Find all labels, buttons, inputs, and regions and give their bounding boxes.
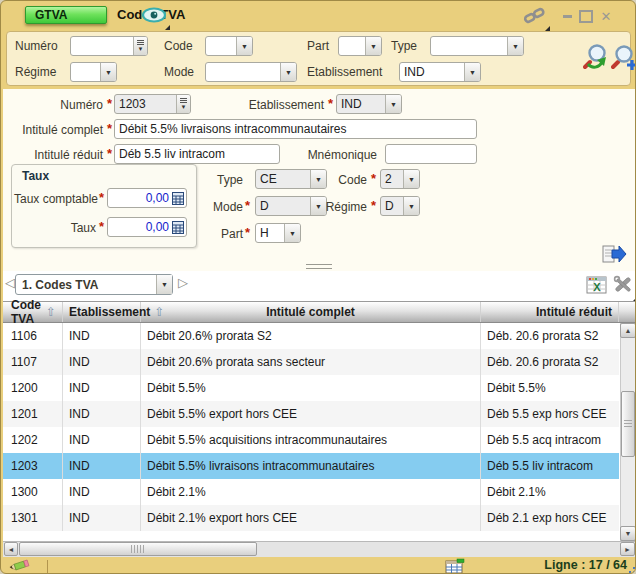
table-row[interactable]: 1203 IND Débit 5.5% livraisons intracomm…	[3, 453, 619, 479]
table-row[interactable]: 1106 IND Débit 20.6% prorata S2 Déb. 20.…	[3, 323, 619, 349]
status-separator	[47, 560, 48, 573]
table-row[interactable]: 1200 IND Débit 5.5% Débit 5.5%	[3, 375, 619, 401]
scroll-right-button[interactable]: ►	[620, 542, 635, 556]
chevron-down-icon[interactable]: ▼	[403, 197, 419, 215]
minimize-button[interactable]	[559, 9, 575, 23]
chevron-down-icon[interactable]: ▼	[365, 37, 381, 55]
view-selector-combo[interactable]: 1. Codes TVA ▼	[15, 274, 173, 295]
form-etablissement-label: Etablissement	[246, 98, 324, 112]
form-part-combo[interactable]: H ▼	[255, 223, 301, 243]
minimize-icon	[563, 15, 572, 18]
calculator-icon[interactable]	[172, 192, 184, 205]
chevron-down-icon[interactable]: ▼	[310, 170, 326, 188]
form-intitule-reduit-input[interactable]: Déb 5.5 liv intracom	[114, 144, 280, 164]
form-mode-label: Mode	[203, 200, 243, 214]
cell-intitule-reduit: Déb. 20.6 prorata S2	[481, 323, 619, 349]
filter-etablissement-label: Etablissement	[307, 65, 382, 79]
table-settings-button[interactable]	[612, 274, 635, 298]
required-marker: *	[107, 146, 112, 161]
cell-etablissement: IND	[63, 401, 141, 427]
chevron-down-icon[interactable]: ▼	[385, 95, 401, 113]
cell-code-tva: 1200	[3, 375, 63, 401]
form-code-combo[interactable]: 2 ▼	[380, 169, 420, 189]
table-row[interactable]: 1202 IND Débit 5.5% acquisitions intraco…	[3, 427, 619, 453]
resize-grip-icon[interactable]	[626, 564, 636, 574]
taux-input[interactable]: 0,00	[107, 217, 187, 237]
column-header-label: Etablissement	[69, 305, 150, 319]
next-view-button[interactable]: ▷	[178, 275, 188, 290]
chevron-down-icon[interactable]: ▼	[156, 275, 172, 294]
filter-type-combo[interactable]: ▼	[430, 36, 524, 56]
column-header-filler	[619, 302, 635, 322]
column-header-label: Code TVA	[11, 298, 42, 326]
transaction-badge: GTVA	[25, 6, 107, 24]
filter-numero-input[interactable]: ▼	[70, 36, 148, 56]
maximize-icon	[579, 10, 593, 23]
required-marker: *	[107, 121, 112, 136]
svg-text:X: X	[593, 281, 601, 293]
form-mnemonique-input[interactable]	[385, 144, 477, 164]
taux-value: 0,00	[108, 220, 172, 234]
required-marker: *	[99, 219, 104, 234]
table-row[interactable]: 1107 IND Débit 20.6% prorata sans secteu…	[3, 349, 619, 375]
close-button[interactable]: ✕	[598, 9, 614, 23]
filter-mode-combo[interactable]: ▼	[205, 62, 297, 82]
scroll-down-button[interactable]: ▼	[620, 526, 636, 541]
scroll-left-button[interactable]: ◄	[4, 542, 18, 556]
table-body: 1106 IND Débit 20.6% prorata S2 Déb. 20.…	[3, 323, 619, 541]
form-mode-combo[interactable]: D ▼	[255, 196, 327, 216]
chevron-down-icon[interactable]: ▼	[236, 37, 252, 55]
splitter-handle[interactable]	[306, 264, 332, 269]
filter-regime-combo[interactable]: ▼	[70, 62, 117, 82]
table-row[interactable]: 1301 IND Débit 2.1% export hors CEE Déb …	[3, 505, 619, 531]
search-refresh-button[interactable]	[583, 42, 609, 73]
form-regime-combo[interactable]: D ▼	[380, 196, 420, 216]
search-add-icon	[611, 44, 636, 71]
goto-detail-button[interactable]	[601, 244, 627, 268]
column-header-etablissement[interactable]: Etablissement⇧	[63, 302, 141, 322]
previous-view-button[interactable]: ◁	[5, 275, 15, 290]
horizontal-scrollbar-thumb[interactable]	[19, 542, 257, 556]
close-icon: ✕	[601, 10, 612, 23]
chevron-down-icon[interactable]: ▼	[280, 63, 296, 81]
chevron-down-icon[interactable]: ▼	[403, 170, 419, 188]
cell-code-tva: 1203	[3, 453, 63, 479]
link-icon-graphic	[523, 6, 547, 25]
excel-export-icon: X	[586, 274, 607, 295]
list-lines-icon	[137, 40, 144, 45]
search-add-button[interactable]	[611, 44, 636, 74]
vertical-scrollbar-thumb[interactable]	[621, 391, 635, 457]
spinner-buttons[interactable]: ▼	[133, 37, 147, 55]
cell-intitule-reduit: Déb. 20.6 prorata S2	[481, 349, 619, 375]
filter-etablissement-combo[interactable]: IND ▼	[399, 62, 481, 82]
cell-intitule-complet: Débit 2.1% export hors CEE	[141, 505, 481, 531]
form-intitule-complet-input[interactable]: Débit 5.5% livraisons intracommunautaire…	[114, 119, 477, 139]
filter-code-combo[interactable]: ▼	[205, 36, 253, 56]
taux-comptable-input[interactable]: 0,00	[107, 188, 187, 208]
chevron-down-icon[interactable]: ▼	[464, 63, 480, 81]
chevron-down-icon[interactable]: ▼	[100, 63, 116, 81]
chevron-down-icon[interactable]: ▼	[284, 224, 300, 242]
link-icon[interactable]	[523, 6, 547, 28]
chevron-down-icon[interactable]: ▼	[507, 37, 523, 55]
filter-code-label: Code	[164, 39, 193, 53]
maximize-button[interactable]	[578, 9, 594, 23]
table-row[interactable]: 1300 IND Débit 2.1% Débit 2.1%	[3, 479, 619, 505]
spin-down-icon: ▼	[138, 46, 144, 52]
eye-icon[interactable]	[141, 7, 167, 27]
form-type-combo[interactable]: CE ▼	[255, 169, 327, 189]
spinner-buttons[interactable]: ▼	[176, 95, 190, 113]
scroll-up-button[interactable]: ▲	[620, 323, 636, 338]
export-excel-button[interactable]: X	[586, 274, 607, 298]
form-code-value: 2	[381, 172, 403, 186]
table-row[interactable]: 1201 IND Débit 5.5% export hors CEE Déb …	[3, 401, 619, 427]
filter-part-combo[interactable]: ▼	[338, 36, 382, 56]
form-intitule-reduit-value: Déb 5.5 liv intracom	[115, 147, 279, 161]
cell-etablissement: IND	[63, 479, 141, 505]
column-header-intitule-complet[interactable]: Intitulé complet	[141, 302, 481, 322]
form-etablissement-combo[interactable]: IND ▼	[336, 94, 402, 114]
calculator-icon[interactable]	[172, 221, 184, 234]
column-header-code-tva[interactable]: Code TVA⇧	[3, 302, 63, 322]
form-numero-input[interactable]: 1203 ▼	[114, 94, 191, 114]
column-header-intitule-reduit[interactable]: Intitulé réduit	[481, 302, 619, 322]
